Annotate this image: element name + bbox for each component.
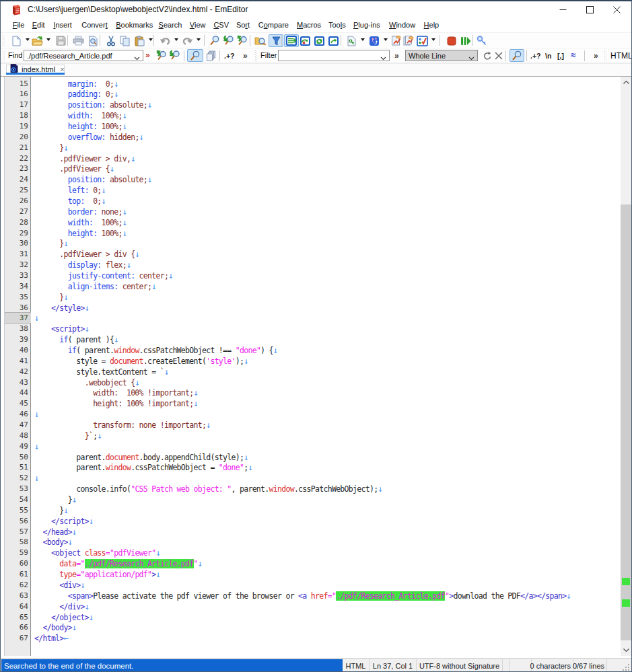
external-tools-button[interactable] bbox=[367, 34, 381, 47]
line-number[interactable]: 21 bbox=[5, 143, 28, 153]
undo-button[interactable] bbox=[158, 34, 172, 47]
code-line-55[interactable]: }↓ bbox=[32, 505, 69, 516]
new-document-button[interactable] bbox=[9, 34, 23, 47]
line-number[interactable]: 40 bbox=[5, 345, 28, 356]
menu-tools[interactable]: Tools bbox=[328, 21, 346, 29]
line-number[interactable]: 17 bbox=[5, 100, 28, 110]
line-number[interactable]: 52 bbox=[5, 473, 28, 484]
code-line-35[interactable]: }↓ bbox=[32, 292, 69, 303]
code-line-37[interactable]: ↓ bbox=[32, 313, 40, 324]
code-line-44[interactable]: width: 100% !important;↓ bbox=[32, 387, 199, 398]
line-number[interactable]: 20 bbox=[5, 132, 28, 143]
menu-macros[interactable]: Macros bbox=[297, 21, 321, 29]
line-number[interactable]: 61 bbox=[5, 569, 28, 580]
line-number[interactable]: 65 bbox=[5, 612, 28, 623]
code-line-20[interactable]: overflow: hidden;↓ bbox=[32, 132, 144, 143]
find-next-button[interactable] bbox=[222, 34, 236, 47]
line-number[interactable]: 22 bbox=[5, 153, 28, 164]
code-line-47[interactable]: transform: none !important;↓ bbox=[32, 420, 211, 431]
open-folder-button[interactable] bbox=[30, 34, 44, 47]
menu-view[interactable]: View bbox=[190, 21, 206, 29]
line-number[interactable]: 48 bbox=[5, 431, 28, 441]
dropdown-caret-icon[interactable] bbox=[361, 38, 365, 41]
print-button[interactable] bbox=[71, 34, 85, 47]
line-number[interactable]: 18 bbox=[5, 110, 28, 121]
pages-icon[interactable] bbox=[204, 49, 217, 62]
code-line-60[interactable]: data="./pdf/Research_Article.pdf"↓ bbox=[32, 558, 203, 569]
toolbar-grip[interactable] bbox=[604, 50, 606, 61]
csv-reload-button[interactable] bbox=[312, 34, 326, 47]
code-line-21[interactable]: }↓ bbox=[32, 143, 69, 153]
find-in-files-button[interactable] bbox=[254, 34, 267, 47]
chevron-down-icon[interactable] bbox=[134, 54, 140, 61]
code-line-63[interactable]: <span>Please activate the pdf viewer of … bbox=[32, 591, 571, 601]
code-line-59[interactable]: <object class="pdfViewer"↓ bbox=[32, 548, 161, 558]
line-number[interactable]: 51 bbox=[5, 462, 28, 473]
code-line-28[interactable]: width: 100%;↓ bbox=[32, 217, 127, 228]
dropdown-caret-icon[interactable] bbox=[431, 38, 435, 41]
line-number[interactable]: 60 bbox=[5, 558, 28, 569]
csv-convert-button[interactable] bbox=[298, 34, 312, 47]
code-line-39[interactable]: if( parent ){↓ bbox=[32, 334, 119, 345]
find-previous-button[interactable] bbox=[236, 34, 249, 47]
code-line-66[interactable]: </body>↓ bbox=[32, 622, 77, 633]
code-line-67[interactable]: </html>← bbox=[32, 633, 69, 644]
code-line-53[interactable]: console.info("CSS Patch web object: ", p… bbox=[32, 484, 383, 494]
status-lines[interactable]: 0/67 lines bbox=[573, 659, 607, 672]
find-next-green-icon[interactable] bbox=[168, 49, 182, 62]
dropdown-caret-icon[interactable] bbox=[26, 38, 30, 41]
code-line-23[interactable]: .pdfViewer {↓ bbox=[32, 163, 115, 174]
line-number[interactable]: 67 bbox=[5, 633, 28, 644]
menu-bookmarks[interactable]: Bookmarks bbox=[116, 21, 153, 29]
dropdown-caret-icon[interactable] bbox=[46, 38, 50, 41]
line-number[interactable]: 19 bbox=[5, 121, 28, 132]
code-line-24[interactable]: position: absolute;↓ bbox=[32, 174, 153, 185]
code-line-45[interactable]: height: 100% !important;↓ bbox=[32, 398, 199, 409]
filter-input[interactable] bbox=[278, 50, 390, 61]
code-line-19[interactable]: height: 100%;↓ bbox=[32, 121, 127, 132]
menu-plug-ins[interactable]: Plug-ins bbox=[353, 21, 380, 29]
code-line-16[interactable]: padding: 0;↓ bbox=[32, 89, 119, 100]
code-line-22[interactable]: .pdfViewer > div,↓ bbox=[32, 153, 136, 164]
toolbar-grip[interactable] bbox=[255, 50, 257, 61]
status-cursor-position[interactable]: Ln 37, Col 1 bbox=[370, 659, 417, 672]
code-line-32[interactable]: display: flex;↓ bbox=[32, 260, 131, 270]
line-number[interactable]: 64 bbox=[5, 601, 28, 612]
chevron-down-icon[interactable] bbox=[380, 54, 386, 61]
password-key-button[interactable] bbox=[475, 34, 489, 47]
code-line-57[interactable]: </head>↓ bbox=[32, 527, 77, 537]
fuzzy-option[interactable]: ≈ bbox=[571, 50, 575, 60]
code-line-40[interactable]: if( parent.window.cssPatchWebObject !== … bbox=[32, 345, 278, 356]
menu-sort[interactable]: Sort bbox=[236, 21, 250, 29]
clear-icon[interactable] bbox=[492, 49, 505, 62]
line-number[interactable]: 23 bbox=[5, 163, 28, 174]
code-line-38[interactable]: <script>↓ bbox=[32, 324, 90, 334]
line-number[interactable]: 47 bbox=[5, 420, 28, 431]
line-number[interactable]: 50 bbox=[5, 452, 28, 463]
scroll-down-arrow[interactable] bbox=[621, 644, 632, 656]
line-number[interactable]: 24 bbox=[5, 174, 28, 185]
code-line-15[interactable]: margin: 0;↓ bbox=[32, 79, 119, 89]
status-syntax[interactable]: HTML bbox=[343, 659, 370, 672]
line-number[interactable]: 57 bbox=[5, 527, 28, 537]
line-number[interactable]: 34 bbox=[5, 281, 28, 292]
code-line-31[interactable]: .pdfViewer > div {↓ bbox=[32, 249, 140, 260]
line-number[interactable]: 62 bbox=[5, 580, 28, 591]
macro-options-button[interactable] bbox=[415, 34, 429, 47]
toolbar-grip[interactable] bbox=[3, 50, 5, 61]
scope-select[interactable]: Whole Line bbox=[405, 50, 478, 61]
magnifier-icon[interactable] bbox=[510, 49, 524, 62]
scroll-up-arrow[interactable] bbox=[621, 77, 632, 88]
code-line-49[interactable]: ↓ bbox=[32, 441, 40, 452]
menu-window[interactable]: Window bbox=[389, 21, 415, 29]
regex-option-2[interactable]: .+? bbox=[530, 52, 540, 60]
line-number[interactable]: 58 bbox=[5, 537, 28, 548]
stop-button[interactable] bbox=[445, 34, 458, 47]
line-number[interactable]: 56 bbox=[5, 516, 28, 527]
line-number[interactable]: 66 bbox=[5, 622, 28, 633]
macro-page-button[interactable] bbox=[345, 34, 358, 47]
code-line-27[interactable]: border: none;↓ bbox=[32, 207, 127, 217]
line-number[interactable]: 31 bbox=[5, 249, 28, 260]
syntax-label[interactable]: HTML bbox=[610, 51, 632, 61]
line-number[interactable]: 44 bbox=[5, 387, 28, 398]
